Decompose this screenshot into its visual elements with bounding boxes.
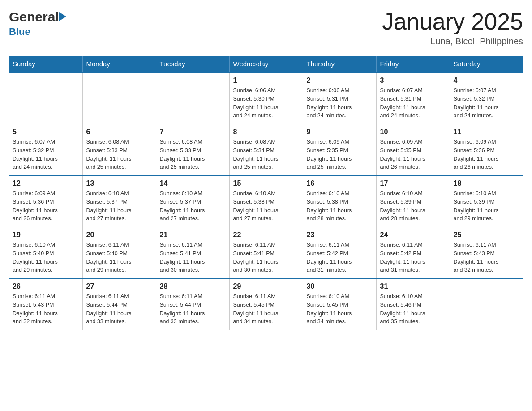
day-info: Sunrise: 6:11 AMSunset: 5:44 PMDaylight:… <box>86 292 152 326</box>
day-number: 8 <box>233 128 299 136</box>
day-number: 16 <box>307 180 373 188</box>
week-row-3: 19Sunrise: 6:10 AMSunset: 5:40 PMDayligh… <box>9 227 523 278</box>
day-number: 21 <box>160 231 226 239</box>
day-number: 31 <box>380 283 446 291</box>
day-info: Sunrise: 6:10 AMSunset: 5:39 PMDaylight:… <box>454 189 520 223</box>
col-thursday: Thursday <box>303 56 376 73</box>
calendar-cell: 24Sunrise: 6:11 AMSunset: 5:42 PMDayligh… <box>376 227 450 278</box>
day-info: Sunrise: 6:11 AMSunset: 5:41 PMDaylight:… <box>233 241 299 274</box>
col-friday: Friday <box>376 56 450 73</box>
day-info: Sunrise: 6:10 AMSunset: 5:38 PMDaylight:… <box>233 189 299 223</box>
calendar-cell: 8Sunrise: 6:08 AMSunset: 5:34 PMDaylight… <box>229 124 303 176</box>
calendar-cell <box>156 73 229 124</box>
col-tuesday: Tuesday <box>156 56 229 73</box>
calendar-cell: 13Sunrise: 6:10 AMSunset: 5:37 PMDayligh… <box>82 176 156 227</box>
day-info: Sunrise: 6:10 AMSunset: 5:40 PMDaylight:… <box>13 241 79 274</box>
day-info: Sunrise: 6:10 AMSunset: 5:38 PMDaylight:… <box>307 189 373 223</box>
day-number: 10 <box>380 128 446 136</box>
calendar-cell: 12Sunrise: 6:09 AMSunset: 5:36 PMDayligh… <box>9 176 82 227</box>
day-info: Sunrise: 6:08 AMSunset: 5:33 PMDaylight:… <box>160 138 226 171</box>
logo-general-text: General <box>9 9 59 25</box>
calendar-cell: 17Sunrise: 6:10 AMSunset: 5:39 PMDayligh… <box>376 176 450 227</box>
day-info: Sunrise: 6:07 AMSunset: 5:32 PMDaylight:… <box>454 86 520 120</box>
logo-blue-text: Blue <box>9 26 66 38</box>
day-number: 29 <box>233 283 299 291</box>
day-number: 14 <box>160 180 226 188</box>
day-number: 2 <box>307 77 373 85</box>
day-info: Sunrise: 6:11 AMSunset: 5:45 PMDaylight:… <box>233 292 299 326</box>
calendar-cell: 19Sunrise: 6:10 AMSunset: 5:40 PMDayligh… <box>9 227 82 278</box>
day-number: 27 <box>86 283 152 291</box>
calendar-cell: 15Sunrise: 6:10 AMSunset: 5:38 PMDayligh… <box>229 176 303 227</box>
day-info: Sunrise: 6:11 AMSunset: 5:42 PMDaylight:… <box>380 241 446 274</box>
day-number: 6 <box>86 128 152 136</box>
day-info: Sunrise: 6:11 AMSunset: 5:42 PMDaylight:… <box>307 241 373 274</box>
day-info: Sunrise: 6:10 AMSunset: 5:39 PMDaylight:… <box>380 189 446 223</box>
calendar-cell: 30Sunrise: 6:10 AMSunset: 5:45 PMDayligh… <box>303 278 376 330</box>
day-info: Sunrise: 6:08 AMSunset: 5:34 PMDaylight:… <box>233 138 299 171</box>
day-info: Sunrise: 6:10 AMSunset: 5:37 PMDaylight:… <box>86 189 152 223</box>
col-wednesday: Wednesday <box>229 56 303 73</box>
calendar-cell <box>82 73 156 124</box>
calendar-cell: 26Sunrise: 6:11 AMSunset: 5:43 PMDayligh… <box>9 278 82 330</box>
calendar-cell: 31Sunrise: 6:10 AMSunset: 5:46 PMDayligh… <box>376 278 450 330</box>
day-number: 25 <box>454 231 520 239</box>
day-info: Sunrise: 6:07 AMSunset: 5:32 PMDaylight:… <box>13 138 79 171</box>
week-row-2: 12Sunrise: 6:09 AMSunset: 5:36 PMDayligh… <box>9 176 523 227</box>
day-info: Sunrise: 6:09 AMSunset: 5:35 PMDaylight:… <box>307 138 373 171</box>
col-saturday: Saturday <box>450 56 523 73</box>
day-number: 18 <box>454 180 520 188</box>
calendar-cell: 5Sunrise: 6:07 AMSunset: 5:32 PMDaylight… <box>9 124 82 176</box>
day-number: 19 <box>13 231 79 239</box>
day-number: 20 <box>86 231 152 239</box>
day-number: 15 <box>233 180 299 188</box>
day-info: Sunrise: 6:10 AMSunset: 5:37 PMDaylight:… <box>160 189 226 223</box>
day-info: Sunrise: 6:08 AMSunset: 5:33 PMDaylight:… <box>86 138 152 171</box>
day-info: Sunrise: 6:09 AMSunset: 5:35 PMDaylight:… <box>380 138 446 171</box>
calendar-cell: 21Sunrise: 6:11 AMSunset: 5:41 PMDayligh… <box>156 227 229 278</box>
calendar-cell: 14Sunrise: 6:10 AMSunset: 5:37 PMDayligh… <box>156 176 229 227</box>
day-number: 17 <box>380 180 446 188</box>
calendar-cell: 7Sunrise: 6:08 AMSunset: 5:33 PMDaylight… <box>156 124 229 176</box>
day-number: 9 <box>307 128 373 136</box>
day-number: 5 <box>13 128 79 136</box>
day-number: 13 <box>86 180 152 188</box>
calendar-cell: 6Sunrise: 6:08 AMSunset: 5:33 PMDaylight… <box>82 124 156 176</box>
day-number: 11 <box>454 128 520 136</box>
day-info: Sunrise: 6:11 AMSunset: 5:41 PMDaylight:… <box>160 241 226 274</box>
header-row: Sunday Monday Tuesday Wednesday Thursday… <box>9 56 523 73</box>
calendar-cell: 20Sunrise: 6:11 AMSunset: 5:40 PMDayligh… <box>82 227 156 278</box>
calendar-cell: 11Sunrise: 6:09 AMSunset: 5:36 PMDayligh… <box>450 124 523 176</box>
col-monday: Monday <box>82 56 156 73</box>
day-info: Sunrise: 6:11 AMSunset: 5:43 PMDaylight:… <box>13 292 79 326</box>
day-info: Sunrise: 6:11 AMSunset: 5:40 PMDaylight:… <box>86 241 152 274</box>
location-text: Luna, Bicol, Philippines <box>382 36 523 47</box>
day-number: 22 <box>233 231 299 239</box>
calendar-cell: 25Sunrise: 6:11 AMSunset: 5:43 PMDayligh… <box>450 227 523 278</box>
logo-arrow-icon <box>59 12 66 21</box>
calendar-cell <box>450 278 523 330</box>
calendar-cell <box>9 73 82 124</box>
day-number: 12 <box>13 180 79 188</box>
calendar-cell: 29Sunrise: 6:11 AMSunset: 5:45 PMDayligh… <box>229 278 303 330</box>
calendar-header: Sunday Monday Tuesday Wednesday Thursday… <box>9 56 523 73</box>
calendar-table: Sunday Monday Tuesday Wednesday Thursday… <box>9 56 523 330</box>
day-number: 26 <box>13 283 79 291</box>
day-number: 23 <box>307 231 373 239</box>
day-number: 3 <box>380 77 446 85</box>
calendar-cell: 22Sunrise: 6:11 AMSunset: 5:41 PMDayligh… <box>229 227 303 278</box>
day-info: Sunrise: 6:06 AMSunset: 5:30 PMDaylight:… <box>233 86 299 120</box>
day-number: 30 <box>307 283 373 291</box>
day-info: Sunrise: 6:06 AMSunset: 5:31 PMDaylight:… <box>307 86 373 120</box>
calendar-cell: 16Sunrise: 6:10 AMSunset: 5:38 PMDayligh… <box>303 176 376 227</box>
day-info: Sunrise: 6:10 AMSunset: 5:46 PMDaylight:… <box>380 292 446 326</box>
day-number: 1 <box>233 77 299 85</box>
logo: General Blue <box>9 9 66 38</box>
day-info: Sunrise: 6:09 AMSunset: 5:36 PMDaylight:… <box>13 189 79 223</box>
day-number: 28 <box>160 283 226 291</box>
page-header: General Blue January 2025 Luna, Bicol, P… <box>9 9 523 47</box>
day-number: 7 <box>160 128 226 136</box>
week-row-0: 1Sunrise: 6:06 AMSunset: 5:30 PMDaylight… <box>9 73 523 124</box>
calendar-cell: 4Sunrise: 6:07 AMSunset: 5:32 PMDaylight… <box>450 73 523 124</box>
day-info: Sunrise: 6:10 AMSunset: 5:45 PMDaylight:… <box>307 292 373 326</box>
